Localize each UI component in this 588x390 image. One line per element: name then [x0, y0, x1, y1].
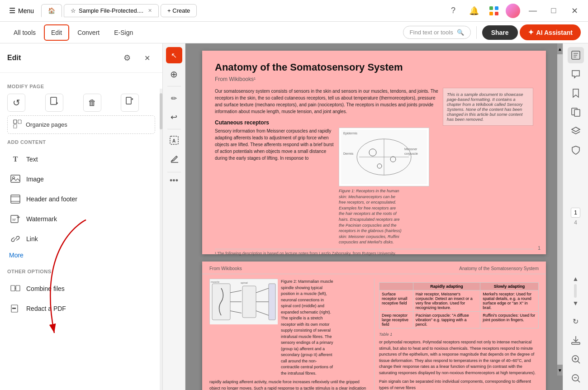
- more-tools-button[interactable]: •••: [170, 176, 178, 185]
- text-label: Text: [26, 156, 38, 163]
- table-header-slowly: Slowly adapting: [480, 283, 539, 290]
- main-layout: Edit ⚙ ✕ MODIFY PAGE ↺ 🗑: [0, 43, 588, 390]
- right-pages-tool[interactable]: [568, 104, 584, 120]
- right-security-tool[interactable]: [568, 142, 584, 158]
- svg-rect-2: [489, 12, 493, 15]
- scroll-thumb[interactable]: [557, 54, 563, 365]
- home-tab[interactable]: 🏠: [41, 4, 62, 17]
- table-cell-1-0: Surface receptor small receptive field: [379, 290, 413, 312]
- watermark-icon: W: [9, 213, 22, 225]
- page-1-section1-body: Sensory information from Meissner corpus…: [215, 128, 334, 162]
- add-content-tool[interactable]: ⊕: [166, 66, 182, 82]
- combine-files-tool[interactable]: Combine files: [7, 279, 155, 299]
- svg-rect-58: [574, 109, 580, 116]
- image-tool[interactable]: Image: [7, 169, 155, 189]
- tab-close-button[interactable]: ✕: [148, 8, 152, 14]
- image-icon: [9, 173, 22, 185]
- page-1-number: 1: [538, 245, 541, 251]
- nav-esign[interactable]: E-Sign: [108, 25, 139, 40]
- page-2-table: Rapidly adapting Slowly adapting Surface…: [379, 282, 539, 328]
- star-icon: ☆: [71, 7, 76, 14]
- organize-pages-button[interactable]: Organize pages: [7, 115, 155, 134]
- close-button[interactable]: ✕: [566, 3, 583, 19]
- pdf-scrollbar[interactable]: ▲ ▼: [557, 43, 563, 376]
- svg-text:Dermis: Dermis: [343, 152, 354, 155]
- user-avatar[interactable]: [506, 4, 520, 18]
- pencil-tool[interactable]: ✏: [166, 90, 182, 106]
- section-other-options: OTHER OPTIONS: [7, 269, 155, 274]
- redact-label: Redact a PDF: [26, 305, 66, 312]
- header-footer-label: Header and footer: [26, 195, 77, 203]
- scroll-up-button[interactable]: ▲: [557, 43, 563, 54]
- file-tab[interactable]: ☆ Sample File-Protected.... ✕: [64, 4, 159, 17]
- cursor-tool[interactable]: ↖: [166, 47, 182, 63]
- nav-convert[interactable]: Convert: [71, 25, 106, 40]
- scroll-up-chevron[interactable]: ▲: [573, 275, 579, 282]
- header-footer-tool[interactable]: Header and footer: [7, 189, 155, 209]
- svg-rect-22: [16, 285, 20, 291]
- nav-search[interactable]: Find text or tools 🔍: [403, 26, 471, 39]
- right-comment-tool[interactable]: [568, 66, 584, 82]
- help-button[interactable]: ?: [445, 3, 461, 19]
- table-caption: Table 1: [379, 332, 539, 337]
- nav-edit[interactable]: Edit: [44, 24, 69, 41]
- menu-button[interactable]: ☰ Menu: [5, 5, 38, 17]
- apps-button[interactable]: [487, 4, 501, 18]
- pdf-left-border: [185, 43, 188, 376]
- share-button[interactable]: Share: [482, 25, 518, 40]
- text-tool[interactable]: T Text: [7, 149, 155, 169]
- page-2-header: From Wikibooks Anatomy of the Somatosens…: [202, 262, 546, 274]
- undo-tool[interactable]: ↩: [166, 109, 182, 125]
- rotate-tool[interactable]: ↺: [7, 94, 25, 112]
- nav-search-label: Find text or tools: [410, 29, 453, 36]
- undo-icon: ↩: [171, 112, 177, 122]
- nav-all-tools[interactable]: All tools: [7, 25, 42, 40]
- right-layers-tool[interactable]: [568, 123, 584, 139]
- right-bookmark-tool[interactable]: [568, 85, 584, 101]
- right-zoom-out-tool[interactable]: [568, 370, 584, 386]
- table-cell-1-2: Merkel's receptor: Used for spatial deta…: [480, 290, 539, 312]
- right-text-tool[interactable]: [568, 47, 584, 63]
- svg-rect-11: [18, 120, 21, 124]
- add-page-tool[interactable]: [45, 94, 63, 112]
- watermark-tool[interactable]: W Watermark: [7, 209, 155, 229]
- text-select-tool[interactable]: A: [166, 133, 182, 149]
- link-tool[interactable]: Link: [7, 229, 155, 249]
- tab-area: 🏠 ☆ Sample File-Protected.... ✕ + Create: [41, 4, 441, 17]
- create-button[interactable]: + Create: [161, 4, 197, 17]
- right-download-tool[interactable]: [568, 332, 584, 348]
- sidebar-close-button[interactable]: ✕: [139, 50, 155, 66]
- more-link[interactable]: More: [7, 249, 155, 262]
- page-2-body-text2: Pain signals can be separated into indiv…: [379, 379, 539, 390]
- extract-tool[interactable]: [121, 94, 139, 112]
- right-zoom-in-tool[interactable]: [568, 351, 584, 367]
- scroll-down-chevron[interactable]: ▼: [573, 300, 579, 307]
- svg-rect-0: [489, 6, 493, 10]
- sidebar-gear-button[interactable]: ⚙: [119, 50, 135, 66]
- svg-text:Meissner: Meissner: [404, 147, 417, 151]
- edit-pen-tool[interactable]: [166, 152, 182, 168]
- pdf-page-1: Anatomy of the Somatosensory System From…: [202, 51, 546, 254]
- maximize-button[interactable]: □: [545, 3, 562, 19]
- redact-tool[interactable]: Redact a PDF: [7, 299, 155, 319]
- watermark-label: Watermark: [26, 215, 57, 223]
- scroll-down-button[interactable]: ▼: [557, 365, 563, 376]
- pdf-viewer[interactable]: ▲ ▼ Anatomy of the Somatosensory System …: [185, 43, 563, 390]
- add-content-icon: ⊕: [170, 69, 178, 80]
- svg-rect-4: [51, 97, 57, 105]
- home-icon: 🏠: [48, 7, 55, 14]
- notifications-button[interactable]: 🔔: [466, 3, 482, 19]
- right-refresh-tool[interactable]: ↻: [568, 313, 584, 329]
- page-2-header-right: Anatomy of the Somatosensory System: [459, 266, 539, 271]
- ai-assistant-button[interactable]: ✦ AI Assistant: [520, 24, 581, 40]
- modify-page-tools: ↺ 🗑: [7, 94, 155, 112]
- extract-icon: [125, 97, 135, 109]
- cursor-icon: ↖: [171, 51, 177, 60]
- refresh-icon: ↻: [573, 317, 579, 326]
- minimize-button[interactable]: —: [525, 3, 541, 19]
- page-1-float-note: This is a sample document to showcase pa…: [443, 88, 533, 126]
- image-label: Image: [26, 176, 44, 183]
- sidebar-scrollbar[interactable]: [160, 89, 162, 390]
- redact-icon: [9, 302, 22, 315]
- delete-tool[interactable]: 🗑: [83, 94, 101, 112]
